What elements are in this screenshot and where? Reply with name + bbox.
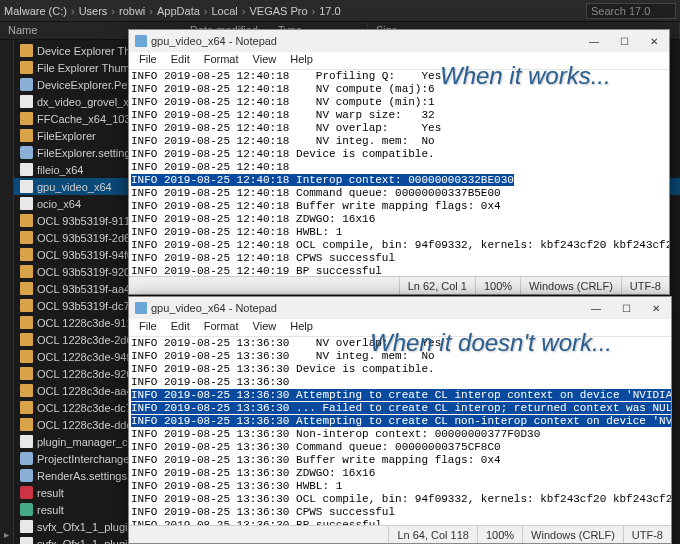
nav-tree: ▸: [0, 40, 14, 544]
menu-file[interactable]: File: [133, 52, 163, 69]
folder-icon: [20, 248, 33, 261]
folder-icon: [20, 282, 33, 295]
folder-icon: [20, 384, 33, 397]
menu-edit[interactable]: Edit: [165, 52, 196, 69]
breadcrumb[interactable]: Malware (C:)›Users›robwi›AppData›Local›V…: [4, 5, 586, 17]
menu-edit[interactable]: Edit: [165, 319, 196, 336]
file-name: ocio_x64: [37, 198, 81, 210]
folder-icon: [20, 44, 33, 57]
folder-icon: [20, 316, 33, 329]
maximize-button[interactable]: ☐: [611, 297, 641, 319]
text-area[interactable]: INFO 2019-08-25 12:40:18 Profiling Q: Ye…: [129, 70, 669, 276]
breadcrumb-segment[interactable]: Local: [211, 5, 237, 17]
menu-view[interactable]: View: [247, 319, 283, 336]
settings-icon: [20, 146, 33, 159]
folder-icon: [20, 299, 33, 312]
red-icon: [20, 486, 33, 499]
folder-icon: [20, 214, 33, 227]
menu-bar: FileEditFormatViewHelp: [129, 319, 671, 337]
menu-file[interactable]: File: [133, 319, 163, 336]
settings-icon: [20, 78, 33, 91]
txt-icon: [20, 537, 33, 544]
file-name: result: [37, 487, 64, 499]
folder-icon: [20, 112, 33, 125]
green-icon: [20, 503, 33, 516]
window-title: gpu_video_x64 - Notepad: [151, 35, 277, 47]
menu-bar: FileEditFormatViewHelp: [129, 52, 669, 70]
address-bar: Malware (C:)›Users›robwi›AppData›Local›V…: [0, 0, 680, 22]
window-title: gpu_video_x64 - Notepad: [151, 302, 277, 314]
breadcrumb-segment[interactable]: Malware (C:): [4, 5, 67, 17]
status-eol: Windows (CRLF): [522, 526, 623, 543]
statusbar: Ln 64, Col 118 100% Windows (CRLF) UTF-8: [129, 525, 671, 543]
folder-icon: [20, 350, 33, 363]
file-name: dx_video_grovel_x64: [37, 96, 141, 108]
menu-help[interactable]: Help: [284, 319, 319, 336]
breadcrumb-segment[interactable]: Users: [79, 5, 108, 17]
txt-icon: [20, 180, 33, 193]
file-name: result: [37, 504, 64, 516]
notepad-window-notwork: gpu_video_x64 - Notepad — ☐ ✕ FileEditFo…: [128, 296, 672, 544]
notepad-icon: [135, 35, 147, 47]
status-zoom: 100%: [477, 526, 522, 543]
close-button[interactable]: ✕: [641, 297, 671, 319]
settings-icon: [20, 452, 33, 465]
menu-view[interactable]: View: [247, 52, 283, 69]
menu-format[interactable]: Format: [198, 52, 245, 69]
status-position: Ln 64, Col 118: [388, 526, 477, 543]
txt-icon: [20, 95, 33, 108]
txt-icon: [20, 197, 33, 210]
text-area[interactable]: INFO 2019-08-25 13:36:30 NV overlap: Yes…: [129, 337, 671, 525]
notepad-icon: [135, 302, 147, 314]
breadcrumb-segment[interactable]: VEGAS Pro: [249, 5, 307, 17]
file-name: gpu_video_x64: [37, 181, 112, 193]
close-button[interactable]: ✕: [639, 30, 669, 52]
file-name: FileExplorer: [37, 130, 96, 142]
menu-help[interactable]: Help: [284, 52, 319, 69]
titlebar[interactable]: gpu_video_x64 - Notepad — ☐ ✕: [129, 297, 671, 319]
folder-icon: [20, 333, 33, 346]
folder-icon: [20, 418, 33, 431]
minimize-button[interactable]: —: [581, 297, 611, 319]
search-input[interactable]: Search 17.0: [586, 3, 676, 19]
titlebar[interactable]: gpu_video_x64 - Notepad — ☐ ✕: [129, 30, 669, 52]
folder-icon: [20, 401, 33, 414]
status-encoding: UTF-8: [621, 277, 669, 294]
tree-toggle-icon[interactable]: ▸: [4, 529, 9, 540]
status-encoding: UTF-8: [623, 526, 671, 543]
folder-icon: [20, 265, 33, 278]
folder-icon: [20, 367, 33, 380]
txt-icon: [20, 163, 33, 176]
status-eol: Windows (CRLF): [520, 277, 621, 294]
txt-icon: [20, 520, 33, 533]
maximize-button[interactable]: ☐: [609, 30, 639, 52]
folder-icon: [20, 231, 33, 244]
menu-format[interactable]: Format: [198, 319, 245, 336]
status-zoom: 100%: [475, 277, 520, 294]
file-name: FFCache_x64_1033: [37, 113, 137, 125]
breadcrumb-segment[interactable]: 17.0: [319, 5, 340, 17]
minimize-button[interactable]: —: [579, 30, 609, 52]
txt-icon: [20, 435, 33, 448]
file-name: RenderAs.settings: [37, 470, 127, 482]
file-name: fileio_x64: [37, 164, 83, 176]
notepad-window-works: gpu_video_x64 - Notepad — ☐ ✕ FileEditFo…: [128, 29, 670, 295]
statusbar: Ln 62, Col 1 100% Windows (CRLF) UTF-8: [129, 276, 669, 294]
folder-icon: [20, 61, 33, 74]
folder-icon: [20, 129, 33, 142]
breadcrumb-segment[interactable]: AppData: [157, 5, 200, 17]
status-position: Ln 62, Col 1: [399, 277, 475, 294]
settings-icon: [20, 469, 33, 482]
breadcrumb-segment[interactable]: robwi: [119, 5, 145, 17]
file-name: FileExplorer.settings: [37, 147, 136, 159]
